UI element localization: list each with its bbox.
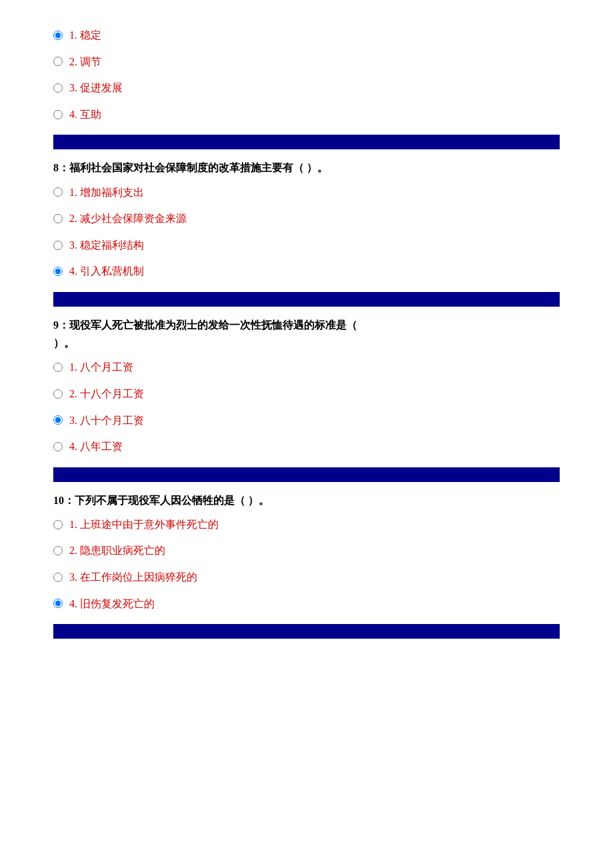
radio-q10-4[interactable] bbox=[53, 599, 63, 608]
option-label-q10-3: 3. 在工作岗位上因病猝死的 bbox=[69, 569, 197, 586]
divider-bottom bbox=[53, 624, 560, 639]
radio-q10-1[interactable] bbox=[53, 520, 63, 529]
question-10: 10：下列不属于现役军人因公牺牲的是（ ）。 1. 上班途中由于意外事件死亡的 … bbox=[53, 491, 560, 613]
option-label-tail-1: 1. 稳定 bbox=[69, 27, 101, 44]
list-item: 2. 减少社会保障资金来源 bbox=[53, 210, 560, 227]
list-item: 2. 十八个月工资 bbox=[53, 385, 560, 403]
radio-q9-1[interactable] bbox=[53, 363, 63, 372]
radio-tail-2[interactable] bbox=[53, 57, 63, 66]
option-label-q8-4: 4. 引入私营机制 bbox=[69, 263, 144, 280]
option-label-q9-2: 2. 十八个月工资 bbox=[69, 385, 144, 403]
radio-q8-1[interactable] bbox=[53, 187, 63, 197]
tail-question-options: 1. 稳定 2. 调节 3. 促进发展 4. 互助 bbox=[53, 27, 560, 123]
list-item: 3. 在工作岗位上因病猝死的 bbox=[53, 569, 560, 586]
list-item: 3. 八十个月工资 bbox=[53, 412, 560, 429]
list-item: 1. 稳定 bbox=[53, 27, 560, 44]
option-label-tail-3: 3. 促进发展 bbox=[69, 79, 123, 97]
option-label-q10-4: 4. 旧伤复发死亡的 bbox=[69, 595, 155, 613]
divider-q9 bbox=[53, 292, 560, 307]
question-9-title: 9：现役军人死亡被批准为烈士的发给一次性抚恤待遇的标准是（）。 bbox=[53, 316, 560, 352]
option-label-tail-4: 4. 互助 bbox=[69, 106, 101, 123]
option-label-q10-2: 2. 隐患职业病死亡的 bbox=[69, 542, 165, 559]
option-label-q8-1: 1. 增加福利支出 bbox=[69, 184, 144, 201]
question-10-title: 10：下列不属于现役军人因公牺牲的是（ ）。 bbox=[53, 491, 560, 509]
option-label-q8-3: 3. 稳定福利结构 bbox=[69, 237, 144, 254]
option-list-q9: 1. 八个月工资 2. 十八个月工资 3. 八十个月工资 4. 八年工资 bbox=[53, 359, 560, 455]
option-list-tail: 1. 稳定 2. 调节 3. 促进发展 4. 互助 bbox=[53, 27, 560, 123]
radio-q9-3[interactable] bbox=[53, 415, 63, 425]
list-item: 1. 八个月工资 bbox=[53, 359, 560, 376]
radio-tail-4[interactable] bbox=[53, 110, 63, 119]
option-label-q9-4: 4. 八年工资 bbox=[69, 438, 123, 455]
radio-q8-4[interactable] bbox=[53, 267, 63, 276]
option-label-q10-1: 1. 上班途中由于意外事件死亡的 bbox=[69, 516, 219, 533]
option-label-q9-1: 1. 八个月工资 bbox=[69, 359, 133, 376]
radio-q9-2[interactable] bbox=[53, 389, 63, 399]
list-item: 3. 稳定福利结构 bbox=[53, 237, 560, 254]
list-item: 1. 增加福利支出 bbox=[53, 184, 560, 201]
list-item: 1. 上班途中由于意外事件死亡的 bbox=[53, 516, 560, 533]
question-8: 8：福利社会国家对社会保障制度的改革措施主要有（ ）。 1. 增加福利支出 2.… bbox=[53, 159, 560, 280]
option-label-tail-2: 2. 调节 bbox=[69, 53, 101, 71]
question-9: 9：现役军人死亡被批准为烈士的发给一次性抚恤待遇的标准是（）。 1. 八个月工资… bbox=[53, 316, 560, 455]
option-list-q8: 1. 增加福利支出 2. 减少社会保障资金来源 3. 稳定福利结构 4. 引入私… bbox=[53, 184, 560, 280]
option-list-q10: 1. 上班途中由于意外事件死亡的 2. 隐患职业病死亡的 3. 在工作岗位上因病… bbox=[53, 516, 560, 612]
radio-tail-3[interactable] bbox=[53, 83, 63, 93]
divider-q8 bbox=[53, 135, 560, 149]
list-item: 2. 调节 bbox=[53, 53, 560, 71]
radio-q8-3[interactable] bbox=[53, 241, 63, 250]
radio-q8-2[interactable] bbox=[53, 214, 63, 223]
option-label-q9-3: 3. 八十个月工资 bbox=[69, 412, 144, 429]
list-item: 4. 旧伤复发死亡的 bbox=[53, 595, 560, 613]
list-item: 4. 互助 bbox=[53, 106, 560, 123]
list-item: 3. 促进发展 bbox=[53, 79, 560, 97]
list-item: 2. 隐患职业病死亡的 bbox=[53, 542, 560, 559]
divider-q10 bbox=[53, 467, 560, 482]
list-item: 4. 八年工资 bbox=[53, 438, 560, 455]
radio-q10-2[interactable] bbox=[53, 546, 63, 555]
list-item: 4. 引入私营机制 bbox=[53, 263, 560, 280]
radio-q10-3[interactable] bbox=[53, 573, 63, 582]
radio-q9-4[interactable] bbox=[53, 442, 63, 451]
question-8-title: 8：福利社会国家对社会保障制度的改革措施主要有（ ）。 bbox=[53, 159, 560, 177]
radio-tail-1[interactable] bbox=[53, 31, 63, 40]
option-label-q8-2: 2. 减少社会保障资金来源 bbox=[69, 210, 187, 227]
